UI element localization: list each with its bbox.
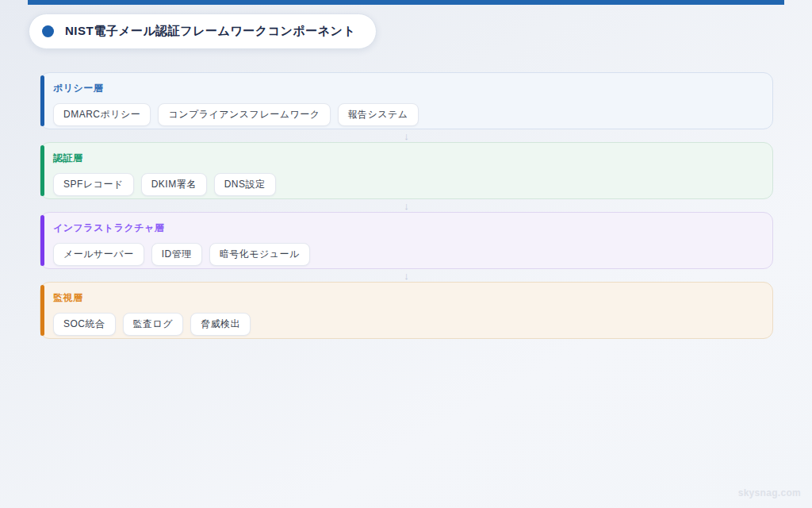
diagram-title-badge: NIST電子メール認証フレームワークコンポーネント bbox=[29, 13, 377, 49]
chip-dmarc-policy: DMARCポリシー bbox=[53, 103, 151, 126]
chip-reporting-system: 報告システム bbox=[338, 103, 419, 126]
chip-threat-detection: 脅威検出 bbox=[190, 313, 251, 336]
layer-title-monitoring: 監視層 bbox=[53, 291, 760, 305]
policy-chip-row: DMARCポリシー コンプライアンスフレームワーク 報告システム bbox=[53, 103, 760, 126]
layer-card-infrastructure: インフラストラクチャ層 メールサーバー ID管理 暗号化モジュール bbox=[40, 212, 773, 269]
monitoring-chip-row: SOC統合 監査ログ 脅威検出 bbox=[53, 313, 760, 336]
infrastructure-chip-row: メールサーバー ID管理 暗号化モジュール bbox=[53, 243, 760, 266]
down-arrow-icon: ↓ bbox=[40, 269, 773, 282]
authentication-accent-bar bbox=[40, 145, 44, 196]
chip-audit-log: 監査ログ bbox=[123, 313, 184, 336]
chip-compliance-framework: コンプライアンスフレームワーク bbox=[158, 103, 330, 126]
monitoring-accent-bar bbox=[40, 285, 44, 336]
chip-spf-record: SPFレコード bbox=[53, 173, 134, 196]
chip-mail-server: メールサーバー bbox=[53, 243, 144, 266]
page-title: NIST電子メール認証フレームワークコンポーネント bbox=[65, 24, 355, 39]
chip-id-management: ID管理 bbox=[151, 243, 202, 266]
chip-dns-settings: DNS設定 bbox=[214, 173, 276, 196]
layer-title-authentication: 認証層 bbox=[53, 152, 760, 165]
layer-title-infrastructure: インフラストラクチャ層 bbox=[53, 221, 760, 235]
layer-title-policy: ポリシー層 bbox=[53, 82, 760, 95]
policy-accent-bar bbox=[40, 75, 44, 126]
down-arrow-icon: ↓ bbox=[40, 199, 773, 212]
authentication-chip-row: SPFレコード DKIM署名 DNS設定 bbox=[53, 173, 760, 196]
blue-dot-icon bbox=[42, 25, 54, 37]
down-arrow-icon: ↓ bbox=[40, 129, 773, 142]
layer-card-policy: ポリシー層 DMARCポリシー コンプライアンスフレームワーク 報告システム bbox=[40, 72, 773, 129]
layer-card-monitoring: 監視層 SOC統合 監査ログ 脅威検出 bbox=[40, 282, 773, 339]
watermark: skysnag.com bbox=[738, 487, 801, 498]
infrastructure-accent-bar bbox=[40, 215, 44, 266]
layer-card-authentication: 認証層 SPFレコード DKIM署名 DNS設定 bbox=[40, 142, 773, 199]
chip-dkim-signature: DKIM署名 bbox=[141, 173, 207, 196]
layer-stack: ポリシー層 DMARCポリシー コンプライアンスフレームワーク 報告システム ↓… bbox=[40, 72, 773, 339]
top-accent-bar bbox=[28, 0, 784, 5]
chip-soc-integration: SOC統合 bbox=[53, 313, 116, 336]
chip-encryption-module: 暗号化モジュール bbox=[209, 243, 310, 266]
